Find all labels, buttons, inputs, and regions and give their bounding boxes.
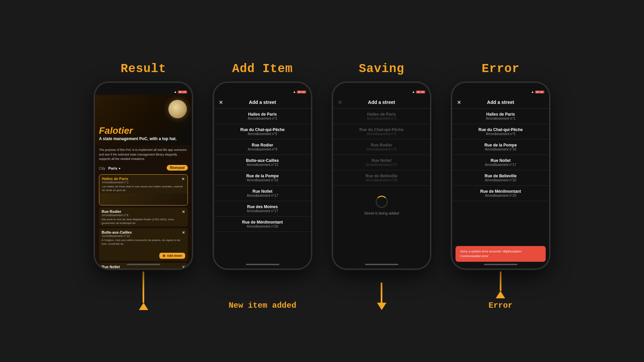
close-card-3[interactable]: ✕: [182, 265, 185, 268]
modal-list-2: Halles de Paris Arrondissement n°1 Rue d…: [214, 109, 311, 232]
close-card-1[interactable]: ✕: [182, 209, 185, 214]
item-arr: Arrondissement n°5: [458, 132, 544, 136]
annotation-label-new-item: New item added: [229, 301, 297, 310]
street-card-1[interactable]: Rue Rodier Arrondissement n°9 ✕ Elle por…: [99, 207, 188, 226]
city-dropdown-icon[interactable]: ▾: [119, 167, 120, 170]
item-name: Rue Rodier: [219, 143, 306, 147]
item-name: Halles de Paris: [219, 112, 306, 117]
modal-title-4: Add a street: [487, 100, 514, 105]
list-item[interactable]: Rue du Chat-qui-Pêche Arrondissement n°5: [452, 124, 549, 139]
bottom-bar-1: [127, 264, 160, 265]
df-badge-4: DF·UO: [535, 90, 544, 94]
status-icons-4: ▲ DF·UO: [531, 90, 544, 94]
modal-title-2: Add a street: [249, 100, 276, 105]
list-item: Halles de Paris Arrondissement n°1: [333, 109, 430, 124]
close-card-0[interactable]: ✕: [181, 177, 185, 181]
df-badge-3: DF·UO: [416, 90, 425, 94]
list-item[interactable]: Butte-aux-Cailles Arrondissement n°13: [214, 155, 311, 170]
page-container: Result ▲ DF·UO Falotier A state manageme…: [0, 52, 644, 310]
list-item[interactable]: Rue de la Pompe Arrondissement n°16: [452, 139, 549, 155]
street-arr-0: Arrondissement n°1: [102, 181, 128, 184]
saving-loader-container: Street is being added: [333, 186, 430, 219]
wifi-icon-3: ▲: [412, 90, 415, 94]
item-name: Rue de Belleville: [458, 174, 544, 178]
item-name: Rue du Chat-qui-Pêche: [338, 127, 425, 132]
col-label-error: Error: [482, 62, 520, 76]
list-item[interactable]: Rue de Belleville Arrondissement n°20: [452, 170, 549, 186]
phone-result: ▲ DF·UO Falotier A state management PoC,…: [94, 82, 193, 269]
bottom-bar-4: [484, 264, 518, 265]
item-arr: Arrondissement n°20: [219, 225, 306, 228]
item-name: Halles de Paris: [338, 112, 425, 117]
result-body: The purpose of this PoC is to implement …: [95, 145, 192, 268]
error-toast-text: Sorry, a system error occurred. HttpExce…: [460, 249, 541, 258]
result-desc: The purpose of this PoC is to implement …: [99, 148, 188, 162]
street-card-0[interactable]: Halles de Paris Arrondissement n°1 ✕ Les…: [99, 174, 188, 205]
item-arr: Arrondissement n°20: [338, 178, 425, 182]
modal-close-4[interactable]: ✕: [457, 99, 461, 106]
arrow-up-result: [139, 303, 148, 310]
list-item: Rue Nollet Arrondissement n°17: [333, 155, 430, 170]
list-item[interactable]: Rue des Moines Arrondissement n°17: [214, 201, 311, 217]
bottom-bar-2: [246, 264, 279, 265]
column-result: Result ▲ DF·UO Falotier A state manageme…: [94, 62, 193, 310]
annotation-saving-empty: [377, 272, 386, 310]
modal-header-4: ✕ Add a street: [452, 95, 549, 109]
saving-list: Halles de Paris Arrondissement n°1 Rue d…: [333, 109, 430, 186]
list-item[interactable]: Rue de Ménilmontant Arrondissement n°20: [452, 186, 549, 201]
modal-close-3[interactable]: ✕: [338, 99, 342, 106]
street-card-header-1: Rue Rodier Arrondissement n°9 ✕: [99, 207, 188, 218]
column-error: Error ▲ DF·UO ✕ Add a street Halles de P…: [451, 62, 550, 310]
list-item[interactable]: Rue Nollet Arrondissement n°17: [214, 186, 311, 201]
item-name: Halles de Paris: [458, 112, 544, 117]
street-card-img-0: [99, 193, 187, 205]
item-arr: Arrondissement n°5: [338, 132, 425, 136]
item-name: Rue de Ménilmontant: [219, 220, 306, 225]
screen-saving: ✕ Add a street Halles de Paris Arrondiss…: [333, 95, 430, 268]
street-arr-1: Arrondissement n°9: [102, 214, 128, 217]
list-item[interactable]: Halles de Paris Arrondissement n°1: [452, 109, 549, 124]
phone-saving: ▲ DF·UO ✕ Add a street Halles de Paris A…: [332, 82, 431, 269]
street-desc-2: À l'origine, c'est une colline recouvert…: [99, 238, 188, 247]
loading-spinner: [376, 196, 388, 208]
item-name: Rue de Belleville: [338, 174, 425, 178]
modal-close-2[interactable]: ✕: [219, 99, 223, 106]
annotation-label-error: Error: [488, 301, 513, 310]
list-item: Rue de Belleville Arrondissement n°20: [333, 170, 430, 186]
item-arr: Arrondissement n°20: [458, 178, 544, 182]
moon-icon: [168, 100, 187, 118]
list-item: Rue Rodier Arrondissement n°9: [333, 139, 430, 155]
list-item[interactable]: Halles de Paris Arrondissement n°1: [214, 109, 311, 124]
arrow-line-saving: [381, 283, 382, 303]
screen-add-item: ✕ Add a street Halles de Paris Arrondiss…: [214, 95, 311, 268]
arrow-line-result: [143, 272, 144, 303]
error-toast: Sorry, a system error occurred. HttpExce…: [455, 246, 546, 262]
list-item[interactable]: Rue du Chat-qui-Pêche Arrondissement n°5: [214, 124, 311, 139]
close-card-2[interactable]: ✕: [182, 230, 185, 235]
list-item[interactable]: Rue de Ménilmontant Arrondissement n°20: [214, 217, 311, 232]
city-row: City Paris ▾ Riverpod: [99, 165, 188, 171]
result-app-title: Falotier: [99, 126, 177, 136]
add-street-button[interactable]: ⊞ Add street: [159, 253, 185, 259]
wifi-icon-2: ▲: [293, 90, 296, 94]
item-name: Rue des Moines: [219, 204, 306, 209]
column-add-item: Add Item ▲ DF·UO ✕ Add a street Halles d…: [213, 62, 312, 310]
status-icons-1: ▲ DF·UO: [174, 90, 187, 94]
list-item[interactable]: Rue Rodier Arrondissement n°9: [214, 139, 311, 155]
status-icons-3: ▲ DF·UO: [412, 90, 425, 94]
error-toast-container: Sorry, a system error occurred. HttpExce…: [455, 246, 546, 262]
item-arr: Arrondissement n°1: [219, 117, 306, 120]
list-item[interactable]: Rue de la Pompe Arrondissement n°16: [214, 170, 311, 186]
item-arr: Arrondissement n°13: [219, 163, 306, 167]
list-item[interactable]: Rue Nollet Arrondissement n°17: [452, 155, 549, 170]
item-arr: Arrondissement n°1: [458, 117, 544, 120]
phone-add-item: ▲ DF·UO ✕ Add a street Halles de Paris A…: [213, 82, 312, 269]
item-name: Rue de la Pompe: [458, 143, 544, 147]
street-name-2: Butte-aux-Cailles: [102, 230, 132, 234]
status-bar-2: ▲ DF·UO: [214, 83, 311, 95]
modal-header-2: ✕ Add a street: [214, 95, 311, 109]
street-card-2[interactable]: Butte-aux-Cailles Arrondissement n°13 ✕ …: [99, 228, 188, 260]
city-value: Paris: [108, 166, 117, 170]
item-name: Rue Rodier: [338, 143, 425, 147]
street-card-header-0: Halles de Paris Arrondissement n°1 ✕: [99, 175, 187, 185]
